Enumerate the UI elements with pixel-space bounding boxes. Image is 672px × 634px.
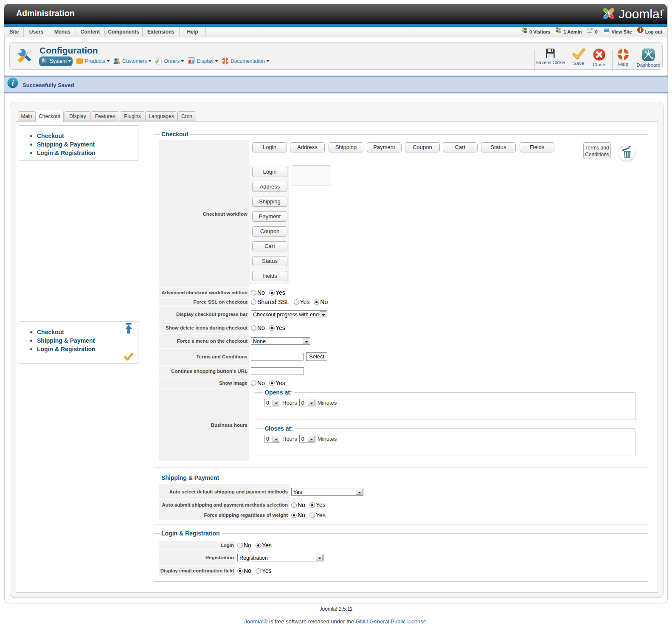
svg-text:i: i	[11, 79, 14, 87]
